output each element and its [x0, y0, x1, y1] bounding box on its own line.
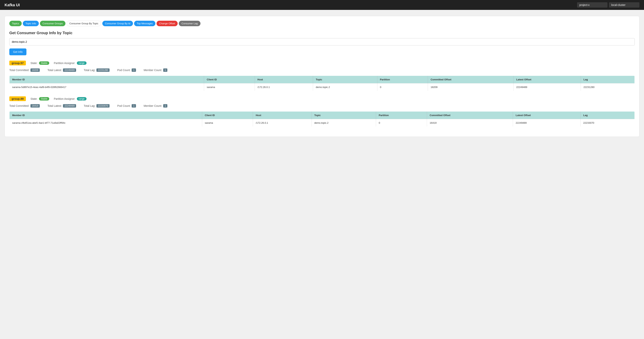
table-header-cell: Member ID [10, 76, 204, 83]
stat-total-lag: Total Lag:22231280 [84, 68, 110, 72]
group-name-badge: group.89 [9, 96, 26, 101]
stat-total-committed-value: 16419 [30, 104, 40, 108]
app-title: Kafka UI [4, 3, 20, 7]
state-badge: Stable [39, 61, 49, 65]
cluster-input[interactable] [609, 2, 640, 7]
table-header-cell: Member ID [10, 112, 202, 119]
app-header: Kafka UI [0, 0, 644, 10]
partition-assignor-label: Partition Assignor: [54, 97, 75, 100]
group-state-meta: State:Stable [30, 61, 49, 65]
stat-pod-count-value: 1 [132, 104, 136, 108]
stat-pod-count-value: 1 [132, 68, 136, 72]
stat-member-count-value: 1 [163, 104, 168, 108]
stats-row: Total Committed:16419Total Latest:222494… [9, 104, 635, 108]
get-info-button[interactable]: Get Info [9, 48, 26, 55]
tab-change-offset[interactable]: Change Offset [156, 21, 178, 26]
stat-pod-count-label: Pod Count: [117, 104, 130, 107]
tab-topic-info[interactable]: Topic Info [23, 21, 39, 26]
stat-member-count: Member Count:1 [144, 104, 167, 108]
tab-consumer-groups[interactable]: Consumer Groups [40, 21, 66, 26]
table-cell: 0 [377, 83, 428, 91]
header-controls [577, 2, 640, 7]
table-cell: 22249489 [514, 83, 581, 91]
stat-member-count-value: 1 [163, 68, 168, 72]
table-cell: /172.26.0.1 [255, 83, 313, 91]
page-title: Get Consumer Group Info by Topic [9, 31, 635, 35]
table-cell: sarama [204, 83, 255, 91]
table-cell: sarama [202, 119, 253, 127]
state-badge: Stable [39, 97, 49, 100]
tab-consumer-group-by-topic[interactable]: Consumer Group By Topic [66, 21, 101, 26]
table-cell: 16419 [427, 119, 513, 127]
table-header-cell: Lag [580, 112, 635, 119]
state-label: State: [30, 61, 38, 65]
state-label: State: [30, 97, 38, 100]
project-input[interactable] [577, 2, 608, 7]
main-content: TopicsTopic InfoConsumer GroupsConsumer … [0, 10, 644, 143]
group-name-badge: group.57 [9, 61, 26, 65]
stats-row: Total Committed:18209Total Latest:222494… [9, 68, 635, 72]
tab-topics[interactable]: Topics [9, 21, 22, 26]
stat-total-latest-value: 22249489 [63, 68, 76, 72]
tab-top-messages[interactable]: Top Messages [134, 21, 156, 26]
stat-total-lag-value: 22233070 [96, 104, 110, 108]
group-header-1: group.89State:StablePartition Assignor:r… [9, 96, 635, 101]
tab-consumer-lag[interactable]: Consumer Lag [179, 21, 200, 26]
table-header-cell: Partition [377, 76, 428, 83]
table-header-cell: Latest Offset [513, 112, 580, 119]
table-cell: 0 [376, 119, 427, 127]
table-cell: sarama-cfbd51ea-abe5-4ae1-bf77-71a9a02ff… [10, 119, 202, 127]
partition-assignor-label: Partition Assignor: [54, 61, 75, 65]
stat-total-lag-value: 22231280 [96, 68, 110, 72]
table-cell: 22249489 [513, 119, 580, 127]
stat-pod-count-label: Pod Count: [117, 69, 130, 72]
table-header-cell: Lag [581, 76, 634, 83]
tab-consumer-group-by-id[interactable]: Consumer Group By Id [102, 21, 133, 26]
stat-total-lag-label: Total Lag: [84, 69, 95, 72]
stat-total-latest: Total Latest:22249489 [47, 68, 76, 72]
partition-assignor-badge: range [77, 61, 86, 65]
content-card: TopicsTopic InfoConsumer GroupsConsumer … [4, 16, 640, 137]
tab-bar: TopicsTopic InfoConsumer GroupsConsumer … [9, 21, 635, 26]
table-header-cell: Partition [376, 112, 427, 119]
table-header-cell: Topic [313, 76, 377, 83]
table-header-cell: Committed Offset [428, 76, 513, 83]
table-cell: sarama-5d897e15-4eac-4af8-b4f9-028f62666… [10, 83, 204, 91]
stat-total-latest-label: Total Latest: [47, 104, 62, 107]
members-table: Member IDClient IDHostTopicPartitionComm… [9, 111, 635, 127]
partition-assignor-meta: Partition Assignor:range [54, 97, 86, 100]
stat-total-lag: Total Lag:22233070 [84, 104, 110, 108]
table-header-cell: Host [255, 76, 313, 83]
stat-member-count: Member Count:1 [144, 68, 167, 72]
table-header-cell: Topic [312, 112, 376, 119]
group-section-0: group.57State:StablePartition Assignor:r… [9, 61, 635, 91]
group-header-0: group.57State:StablePartition Assignor:r… [9, 61, 635, 65]
table-header-cell: Client ID [202, 112, 253, 119]
table-header-cell: Client ID [204, 76, 255, 83]
stat-total-latest-label: Total Latest: [47, 69, 62, 72]
table-cell: demo.topic.2 [313, 83, 377, 91]
topic-input[interactable] [9, 38, 635, 45]
table-cell: /172.26.0.1 [253, 119, 312, 127]
stat-pod-count: Pod Count:1 [117, 68, 136, 72]
members-table: Member IDClient IDHostTopicPartitionComm… [9, 76, 635, 91]
stat-pod-count: Pod Count:1 [117, 104, 136, 108]
group-section-1: group.89State:StablePartition Assignor:r… [9, 96, 635, 127]
stat-total-committed-label: Total Committed: [9, 104, 29, 107]
stat-total-latest: Total Latest:22249489 [47, 104, 76, 108]
table-header-cell: Host [253, 112, 312, 119]
table-cell: 22231280 [581, 83, 634, 91]
groups-container: group.57State:StablePartition Assignor:r… [9, 61, 635, 127]
table-cell: 22233070 [580, 119, 635, 127]
table-header-cell: Committed Offset [427, 112, 513, 119]
stat-total-committed-label: Total Committed: [9, 69, 29, 72]
stat-total-committed: Total Committed:16419 [9, 104, 40, 108]
group-state-meta: State:Stable [30, 97, 49, 100]
partition-assignor-badge: range [77, 97, 86, 100]
partition-assignor-meta: Partition Assignor:range [54, 61, 86, 65]
stat-total-committed-value: 18209 [30, 68, 40, 72]
stat-total-lag-label: Total Lag: [84, 104, 95, 107]
table-row: sarama-5d897e15-4eac-4af8-b4f9-028f62666… [10, 83, 635, 91]
table-row: sarama-cfbd51ea-abe5-4ae1-bf77-71a9a02ff… [10, 119, 635, 127]
stat-total-committed: Total Committed:18209 [9, 68, 40, 72]
